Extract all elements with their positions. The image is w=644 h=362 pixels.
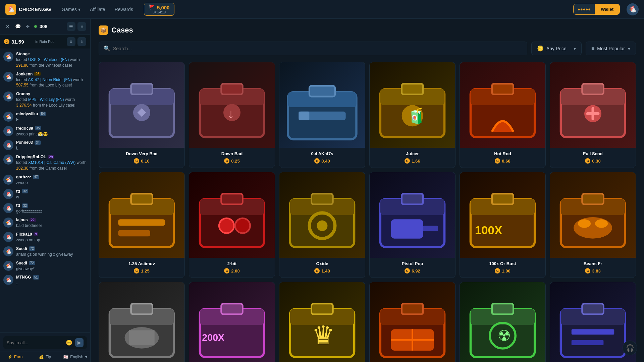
- tip-tab[interactable]: 💰 Tip: [30, 352, 60, 362]
- case-card[interactable]: 200X 200x Or Bust G 1.00: [189, 282, 275, 362]
- chat-close-button[interactable]: ✕: [77, 22, 86, 31]
- chat-avatar: 🐔: [3, 275, 13, 285]
- user-level: 72: [29, 246, 35, 251]
- case-card[interactable]: 100X 100x Or Bust G 1.00: [460, 172, 546, 278]
- chat-message-text: zwoop: [16, 180, 87, 186]
- telegram-icon[interactable]: ✈: [24, 23, 32, 30]
- chat-message-header: DrippingRnLOL 29: [16, 155, 87, 159]
- case-name: Full Send: [553, 151, 632, 156]
- search-input[interactable]: [113, 43, 522, 55]
- chat-message-header: fredric89 35: [16, 126, 87, 131]
- case-card[interactable]: Candy Brick G 3.00: [369, 282, 455, 362]
- chat-message-content: Suedi 72 arlam gz on winning x giveaway: [16, 246, 87, 257]
- wallet-group[interactable]: ●●●●● Wallet: [573, 4, 620, 15]
- svg-text:100X: 100X: [475, 224, 502, 237]
- case-card[interactable]: 2-bit G 2.00: [189, 172, 275, 278]
- page-title-row: 📦 Cases: [99, 25, 636, 35]
- price-value: 0.25: [231, 159, 239, 164]
- price-value: 3.83: [592, 268, 600, 274]
- chat-username: fredric89: [16, 126, 33, 131]
- wallet-button[interactable]: Wallet: [595, 4, 620, 14]
- coin-icon: G: [495, 158, 500, 164]
- case-image: 🧃: [370, 62, 455, 148]
- user-level: 32: [22, 189, 28, 193]
- case-card[interactable]: ☢ P250 Nuclear G 4.12: [460, 282, 546, 362]
- chevron-down-icon: ▾: [574, 46, 576, 51]
- chat-message-text: giveaway*: [16, 266, 87, 272]
- chat-message: 🐔 Stooge looted USP-S | Whiteout (FN) wo…: [3, 52, 87, 68]
- svg-rect-33: [221, 194, 243, 204]
- chat-username: Suedi: [16, 261, 27, 265]
- case-card[interactable]: Tin Can Shaker G 0.36: [99, 282, 185, 362]
- case-card-body: Juicer G 1.66: [370, 148, 455, 168]
- chat-input[interactable]: [7, 340, 63, 345]
- case-card[interactable]: Hot Rod G 0.68: [460, 62, 546, 168]
- case-card[interactable]: Full Send G 0.30: [550, 62, 636, 168]
- case-card[interactable]: ↓ Down Bad G 0.25: [189, 62, 275, 168]
- send-button[interactable]: ▶: [75, 338, 84, 347]
- chat-message-content: ttt 32 gorbzzzzzzzzz: [16, 203, 87, 214]
- chat-message-content: Flicka10 9 zwoop on top: [16, 232, 87, 243]
- nav-games[interactable]: Games ▾: [58, 5, 85, 14]
- case-name: 2-bit: [193, 261, 271, 266]
- case-card-body: Pistol Pop G 6.92: [370, 258, 455, 278]
- price-filter-dropdown[interactable]: 🪙 Any Price ▾: [531, 42, 582, 55]
- case-name: 1.25 Asiimov: [102, 261, 181, 266]
- language-tab[interactable]: 🏴󠁧󠁢󠁥󠁮󠁧󠁿 English ▾: [60, 352, 90, 362]
- price-value: 6.92: [412, 268, 420, 274]
- svg-rect-30: [118, 230, 150, 236]
- chat-avatar: 🐔: [3, 246, 13, 256]
- svg-text:↓: ↓: [228, 106, 234, 121]
- case-price: G 1.25: [102, 268, 181, 274]
- sort-filter-dropdown[interactable]: ≡ Most Popular ▾: [586, 42, 636, 55]
- case-name: Juicer: [373, 151, 452, 156]
- chat-username: ttt: [16, 189, 20, 194]
- coin-icon: G: [134, 268, 139, 274]
- case-card[interactable]: ♛ Queen Gambit G 5.00: [279, 282, 365, 362]
- rain-sort-button[interactable]: ≡: [67, 37, 75, 46]
- case-card[interactable]: 🧃 Juicer G 1.66: [369, 62, 455, 168]
- case-card-body: Down Very Bad G 0.10: [99, 148, 184, 168]
- case-image: ↓: [189, 62, 275, 148]
- case-card[interactable]: Down Very Bad G 0.10: [99, 62, 185, 168]
- case-card[interactable]: Pistol Pop G 6.92: [369, 172, 455, 278]
- chat-username: DrippingRnLOL: [16, 155, 46, 159]
- case-card[interactable]: 1.25 Asiimov G 1.25: [99, 172, 185, 278]
- support-button[interactable]: 🎧: [623, 341, 637, 355]
- chat-message: 🐔 gorbzzz 47 zwoop: [3, 175, 87, 186]
- coins-badge[interactable]: 🚩 5,000 04:24:19: [144, 3, 175, 16]
- case-card[interactable]: Oxide G 1.48: [279, 172, 365, 278]
- chat-message-header: mlodywilku 54: [16, 112, 87, 116]
- user-level: 72: [29, 261, 35, 265]
- chat-avatar: 🐔: [3, 232, 13, 242]
- chat-message: 🐔 ttt 32 w: [3, 189, 87, 200]
- chat-filter-button[interactable]: ☰: [67, 22, 75, 31]
- nav-rewards[interactable]: Rewards: [111, 5, 137, 14]
- svg-rect-29: [118, 219, 165, 226]
- svg-rect-6: [221, 84, 243, 95]
- chat-message-content: gorbzzz 47 zwoop: [16, 175, 87, 186]
- logo[interactable]: 🐔 CHICKEN.GG: [5, 4, 51, 15]
- chat-avatar: 🐔: [3, 203, 13, 213]
- nav-affiliate[interactable]: Affiliate: [86, 5, 109, 14]
- discord-icon[interactable]: 💬: [14, 23, 21, 30]
- svg-rect-67: [312, 304, 333, 314]
- user-level: 29: [48, 155, 54, 159]
- earn-tab[interactable]: ⚡ Earn: [0, 352, 30, 362]
- social-icons: ✕ 💬 ✈: [4, 23, 32, 30]
- svg-rect-43: [402, 194, 423, 204]
- svg-point-54: [578, 219, 591, 228]
- emoji-button[interactable]: 😊: [65, 339, 73, 347]
- case-card[interactable]: 0.4 AK-47s G 0.40: [279, 62, 365, 168]
- chat-username: Flicka10: [16, 232, 32, 237]
- user-level: 98: [34, 72, 41, 76]
- chat-message-header: lajnus 22: [16, 218, 87, 222]
- chat-username: mlodywilku: [16, 112, 38, 116]
- rain-info-button[interactable]: ℹ: [77, 37, 86, 46]
- user-level: 9: [34, 232, 38, 236]
- case-card[interactable]: Beans Fr G 3.83: [550, 172, 636, 278]
- chat-message-content: Stooge looted USP-S | Whiteout (FN) wort…: [16, 52, 87, 68]
- twitter-icon[interactable]: ✕: [4, 23, 11, 30]
- chat-message-text: zwoop print 😤😎: [16, 131, 87, 137]
- user-avatar[interactable]: 🐔: [627, 3, 639, 15]
